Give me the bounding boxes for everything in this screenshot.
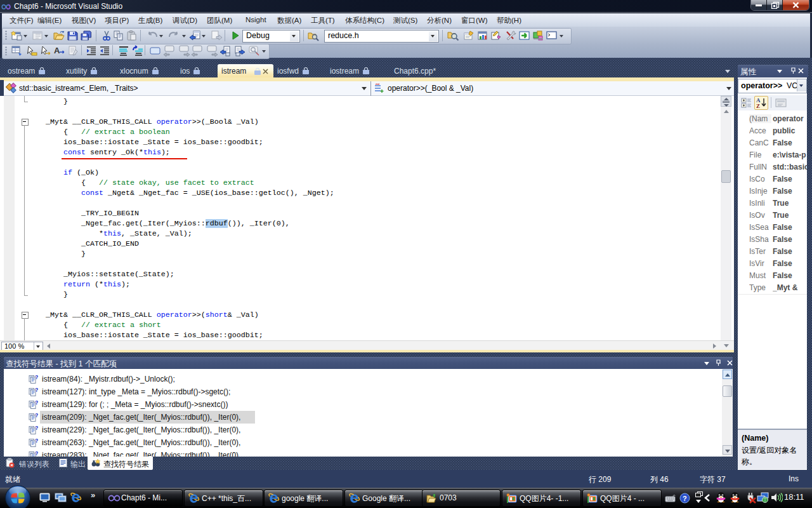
svg-text:?: ? bbox=[35, 425, 38, 431]
svg-text:?: ? bbox=[35, 375, 38, 380]
svg-text:?: ? bbox=[35, 451, 38, 457]
svg-text:?: ? bbox=[35, 387, 38, 393]
svg-text:?: ? bbox=[35, 413, 38, 418]
svg-text:?: ? bbox=[35, 438, 38, 444]
svg-text:?: ? bbox=[35, 400, 38, 406]
svg-text:A: A bbox=[54, 46, 60, 55]
svg-text:?: ? bbox=[683, 495, 687, 502]
svg-text:Z: Z bbox=[756, 103, 760, 109]
